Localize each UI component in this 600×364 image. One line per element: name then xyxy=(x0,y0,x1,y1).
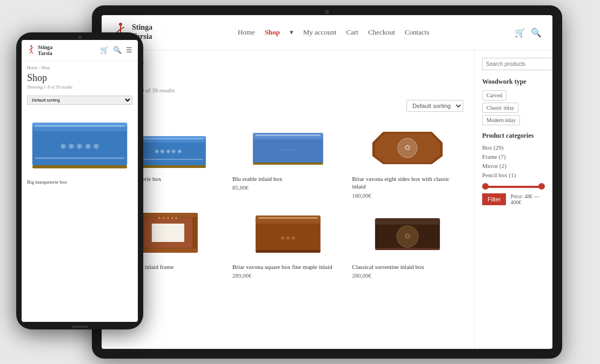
svg-text:~ ~ ~ ~ ~: ~ ~ ~ ~ ~ xyxy=(279,147,297,152)
sort-select[interactable]: Default sorting xyxy=(406,100,463,112)
phone-breadcrumb: Home / Shop xyxy=(27,65,132,70)
phone-product-image: ❋ ❋ ❋ ❋ ❋ xyxy=(27,110,132,175)
product-price: 180,00€ xyxy=(352,192,463,199)
page-title: Shop xyxy=(112,69,463,85)
tag-modern-inlay[interactable]: Modern inlay xyxy=(482,115,520,125)
phone-home-button[interactable] xyxy=(72,326,88,328)
price-slider-min[interactable] xyxy=(482,183,489,190)
search-icon[interactable]: 🔍 xyxy=(531,28,542,38)
product-card[interactable]: ~ ~ ~ ~ ~ Blu erable inlaid box 85,00€ xyxy=(232,119,344,199)
tag-carved[interactable]: Carved xyxy=(482,90,506,100)
product-3-image: ✿ xyxy=(352,121,463,170)
sorting-bar: Default sorting xyxy=(112,100,463,112)
phone-content: Home / Shop Shop Showing 1–9 of 39 resul… xyxy=(22,61,138,322)
product-price: 289,00€ xyxy=(232,272,344,279)
phone-screen: StingaTarsia 🛒 🔍 ☰ Home / Shop Shop Show… xyxy=(22,40,138,322)
svg-text:✦ ✦ ✦ ✦ ✦: ✦ ✦ ✦ ✦ ✦ xyxy=(158,216,178,220)
svg-line-42 xyxy=(30,51,31,53)
tablet-camera xyxy=(325,10,329,14)
phone-logo-icon xyxy=(27,44,36,56)
product-6-image: ✿ xyxy=(352,208,463,257)
cart-icon[interactable]: 🛒 xyxy=(515,28,525,38)
svg-line-40 xyxy=(29,49,31,50)
product-name: Briar vavona eight sides box with classi… xyxy=(352,175,463,191)
product-name: Blu erable inlaid box xyxy=(232,175,344,183)
nav-home[interactable]: Home xyxy=(238,28,255,37)
product-name: Classical sorrentine inlaid box xyxy=(352,263,463,271)
product-5-image: ❋ ❋ ❋ xyxy=(232,208,344,257)
category-frame[interactable]: Frame (7) xyxy=(482,153,545,160)
tag-classic-inlay[interactable]: Classic inlay xyxy=(482,103,518,113)
phone-logo-text: StingaTarsia xyxy=(38,44,52,56)
phone-nav-icons: 🛒 🔍 ☰ xyxy=(100,46,132,55)
product-grid: ❋ ❋ ❋ ❋ ❋ Big marqueterie box 400,00€ xyxy=(112,119,463,279)
phone-camera xyxy=(78,36,82,39)
phone-title: Shop xyxy=(27,72,132,84)
svg-text:❋ ❋ ❋: ❋ ❋ ❋ xyxy=(280,235,296,241)
svg-rect-37 xyxy=(375,248,440,250)
svg-rect-9 xyxy=(133,138,203,139)
svg-rect-29 xyxy=(255,215,320,224)
product-card[interactable]: ✿ Briar vavona eight sides box with clas… xyxy=(352,119,463,199)
price-range xyxy=(482,186,545,188)
product-price: 280,00€ xyxy=(352,272,463,279)
product-card[interactable]: ❋ ❋ ❋ Briar vavona square box fine maple… xyxy=(232,207,344,279)
nav-icons: 🛒 🔍 xyxy=(515,28,542,38)
phone-header: StingaTarsia 🛒 🔍 ☰ xyxy=(22,40,138,61)
phone-menu-icon[interactable]: ☰ xyxy=(126,46,132,55)
main-nav: Home Shop ▾ My account Cart Checkout Con… xyxy=(238,28,429,37)
results-text: Showing 1–9 of 39 results xyxy=(112,87,463,93)
category-box[interactable]: Box (29) xyxy=(482,144,545,151)
svg-rect-17 xyxy=(255,134,320,136)
svg-text:❋ ❋ ❋ ❋ ❋: ❋ ❋ ❋ ❋ ❋ xyxy=(155,149,182,154)
svg-point-0 xyxy=(119,23,122,26)
svg-text:✿: ✿ xyxy=(404,232,411,240)
phone-search-icon[interactable]: 🔍 xyxy=(113,46,122,55)
svg-line-41 xyxy=(31,48,34,49)
svg-rect-32 xyxy=(255,250,320,253)
svg-rect-48 xyxy=(35,157,125,159)
tablet-device: Stinga Tarsia Home Shop ▾ My account Car… xyxy=(92,5,562,359)
categories-title: Product categories xyxy=(482,132,545,140)
svg-point-38 xyxy=(30,45,32,46)
svg-rect-47 xyxy=(35,125,125,127)
tablet-content: Home / Shop Shop Showing 1–9 of 39 resul… xyxy=(102,50,552,349)
phone-device: StingaTarsia 🛒 🔍 ☰ Home / Shop Shop Show… xyxy=(16,32,143,329)
svg-rect-50 xyxy=(32,165,128,168)
price-slider-max[interactable] xyxy=(538,183,545,190)
category-mirror[interactable]: Mirror (2) xyxy=(482,163,545,169)
phone-cart-icon[interactable]: 🛒 xyxy=(100,46,109,55)
category-pencil-box[interactable]: Pencil box (1) xyxy=(482,172,545,178)
phone-sort-select[interactable]: Default sorting xyxy=(27,96,132,105)
price-slider[interactable] xyxy=(482,186,545,188)
filter-row: Filter Price: 48€ — 400€ xyxy=(482,193,545,205)
product-name: Briar vavona square box fine maple inlai… xyxy=(232,263,344,271)
filter-button[interactable]: Filter xyxy=(482,193,506,205)
product-card[interactable]: ✿ Classical sorrentine inlaid box 280,00… xyxy=(352,207,463,279)
nav-contacts[interactable]: Contacts xyxy=(405,28,430,37)
price-text: Price: 48€ — 400€ xyxy=(510,193,545,205)
nav-cart[interactable]: Cart xyxy=(346,28,358,37)
phone-results: Showing 1–9 of 39 results xyxy=(27,85,132,90)
svg-text:✿: ✿ xyxy=(404,144,411,152)
sidebar: Search Woodwork type Carved Classic inla… xyxy=(474,50,552,349)
nav-checkout[interactable]: Checkout xyxy=(368,28,395,37)
svg-line-3 xyxy=(121,27,124,29)
tablet-screen: Stinga Tarsia Home Shop ▾ My account Car… xyxy=(102,15,552,349)
product-image: ❋ ❋ ❋ xyxy=(232,207,344,259)
product-categories: Box (29) Frame (7) Mirror (2) Pencil box… xyxy=(482,144,545,178)
nav-shop[interactable]: Shop xyxy=(265,28,280,37)
svg-rect-26 xyxy=(138,248,198,253)
nav-my-account[interactable]: My account xyxy=(303,28,337,37)
breadcrumb: Home / Shop xyxy=(112,59,463,65)
svg-rect-24 xyxy=(152,224,184,242)
phone-featured-product[interactable]: ❋ ❋ ❋ ❋ ❋ Big marqueterie box xyxy=(27,110,132,185)
product-2-image: ~ ~ ~ ~ ~ xyxy=(232,121,344,170)
phone-product-name: Big marqueterie box xyxy=(27,179,132,185)
woodwork-tags: Carved Classic inlay Modern inlay xyxy=(482,90,545,125)
search-row: Search xyxy=(482,58,545,70)
product-image: ✿ xyxy=(352,207,463,259)
search-input[interactable] xyxy=(482,58,552,70)
phone-logo[interactable]: StingaTarsia xyxy=(27,44,52,56)
svg-rect-30 xyxy=(258,217,317,219)
